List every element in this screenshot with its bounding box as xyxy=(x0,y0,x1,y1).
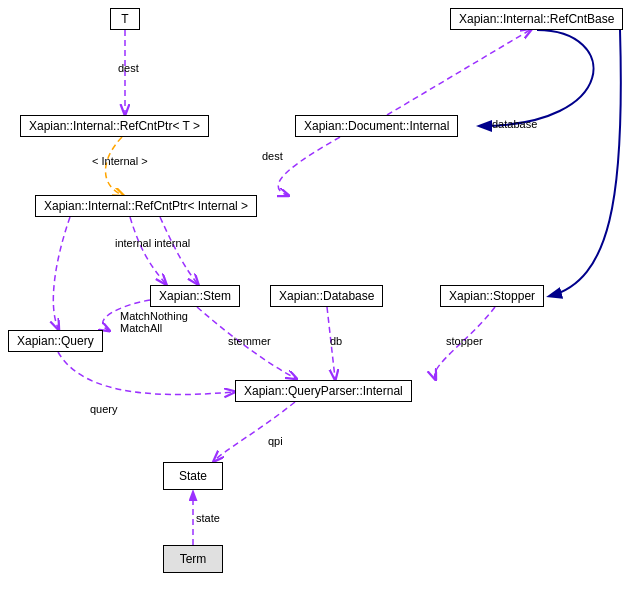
label-dest-T: dest xyxy=(118,62,139,74)
label-query: query xyxy=(90,403,118,415)
label-dest-doc: dest xyxy=(262,150,283,162)
label-state: state xyxy=(196,512,220,524)
diagram-container: T Xapian::Internal::RefCntBase Xapian::I… xyxy=(0,0,633,597)
label-qpi: qpi xyxy=(268,435,283,447)
svg-line-1 xyxy=(387,30,530,115)
node-refcntptr-internal: Xapian::Internal::RefCntPtr< Internal > xyxy=(35,195,257,217)
label-stemmer: stemmer xyxy=(228,335,271,347)
node-queryparser-internal: Xapian::QueryParser::Internal xyxy=(235,380,412,402)
label-db: db xyxy=(330,335,342,347)
node-document-internal: Xapian::Document::Internal xyxy=(295,115,458,137)
node-query: Xapian::Query xyxy=(8,330,103,352)
node-database: Xapian::Database xyxy=(270,285,383,307)
node-T: T xyxy=(110,8,140,30)
node-term: Term xyxy=(163,545,223,573)
node-state: State xyxy=(163,462,223,490)
label-database: database xyxy=(492,118,537,130)
node-refcntbase: Xapian::Internal::RefCntBase xyxy=(450,8,623,30)
node-stopper: Xapian::Stopper xyxy=(440,285,544,307)
node-stem: Xapian::Stem xyxy=(150,285,240,307)
label-internal-internal: internal internal xyxy=(115,237,190,249)
label-lt-internal-gt: < Internal > xyxy=(92,155,148,167)
label-matchnothing-matchall: MatchNothingMatchAll xyxy=(120,310,188,334)
label-stopper: stopper xyxy=(446,335,483,347)
node-refcntptr-t: Xapian::Internal::RefCntPtr< T > xyxy=(20,115,209,137)
